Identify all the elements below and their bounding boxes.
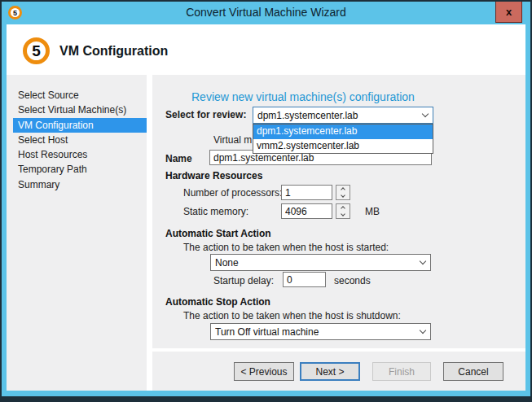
sidebar-item-select-virtual-machines[interactable]: Select Virtual Machine(s) [13, 103, 147, 117]
dropdown-option-dpm1[interactable]: dpm1.systemcenter.lab [253, 125, 433, 139]
memory-unit-label: MB [365, 206, 380, 217]
stop-action-combobox[interactable]: Turn Off virtual machine [210, 323, 431, 340]
start-action-description: The action to be taken when the host is … [183, 242, 389, 253]
chevron-down-icon [422, 111, 429, 117]
dialog-body: 5 VM Configuration Select Source Select … [7, 24, 525, 391]
select-for-review-label: Select for review: [165, 109, 246, 120]
virtual-machine-name-label: Virtual mac [213, 134, 252, 146]
memory-stepper [336, 203, 350, 219]
next-button[interactable]: Next > [300, 362, 360, 381]
spin-up-button[interactable] [336, 186, 350, 193]
automatic-stop-action-heading: Automatic Stop Action [165, 296, 270, 308]
sidebar-item-select-host[interactable]: Select Host [13, 133, 147, 147]
wizard-steps-sidebar: Select Source Select Virtual Machine(s) … [7, 75, 147, 391]
combobox-dropdown-button[interactable] [415, 255, 430, 270]
startup-delay-input[interactable] [283, 272, 326, 287]
startup-delay-label: Startup delay: [213, 275, 274, 286]
memory-input[interactable] [281, 203, 332, 219]
section-title: Review new virtual machine(s) configurat… [191, 90, 415, 103]
processors-input[interactable] [281, 185, 332, 200]
dropdown-option-vmm2[interactable]: vmm2.systemcenter.lab [253, 139, 433, 154]
spin-up-button[interactable] [336, 204, 350, 212]
sidebar-item-host-resources[interactable]: Host Resources [13, 147, 147, 162]
chevron-down-icon [420, 327, 426, 334]
processors-stepper [336, 185, 350, 200]
combobox-dropdown-button[interactable] [415, 324, 430, 339]
automatic-start-action-heading: Automatic Start Action [165, 228, 271, 239]
spin-down-button[interactable] [336, 193, 350, 200]
previous-button[interactable]: < Previous [234, 362, 294, 381]
window-title: Convert Virtual Machine Wizard [2, 6, 530, 19]
stop-action-description: The action to be taken when the host is … [183, 310, 401, 321]
finish-button: Finish [372, 362, 431, 381]
page-title: VM Configuration [59, 44, 168, 59]
chevron-up-icon [341, 187, 345, 192]
start-action-combobox[interactable]: None [210, 254, 431, 271]
sidebar-item-select-source[interactable]: Select Source [13, 88, 147, 103]
sidebar-item-temporary-path[interactable]: Temporary Path [13, 162, 147, 177]
cancel-button[interactable]: Cancel [443, 362, 503, 381]
combobox-dropdown-button[interactable] [418, 107, 433, 123]
footer-separator [152, 348, 525, 352]
combobox-value: None [215, 257, 415, 269]
main-content: Review new virtual machine(s) configurat… [152, 75, 525, 391]
spin-down-button[interactable] [336, 212, 350, 219]
name-label: Name [165, 153, 192, 164]
sidebar-item-vm-configuration[interactable]: VM Configuration [13, 118, 147, 133]
logo-5-icon: 5 [23, 37, 50, 64]
title-bar[interactable]: 5 Convert Virtual Machine Wizard x [2, 2, 530, 24]
chevron-down-icon [420, 258, 426, 264]
select-for-review-combobox[interactable]: dpm1.systemcenter.lab [253, 107, 433, 124]
startup-delay-unit-label: seconds [334, 275, 371, 286]
wizard-window: 5 Convert Virtual Machine Wizard x 5 VM … [0, 0, 532, 402]
combobox-value: dpm1.systemcenter.lab [257, 110, 418, 121]
chevron-down-icon [341, 193, 345, 198]
chevron-down-icon [341, 212, 345, 216]
chevron-up-icon [341, 206, 345, 211]
hardware-resources-heading: Hardware Resources [165, 170, 262, 181]
review-dropdown-list: dpm1.systemcenter.lab vmm2.systemcenter.… [253, 124, 433, 154]
static-memory-label: Static memory: [183, 206, 248, 217]
sidebar-item-summary[interactable]: Summary [13, 177, 147, 192]
combobox-value: Turn Off virtual machine [215, 326, 415, 338]
wizard-header: 5 VM Configuration [7, 24, 525, 75]
number-of-processors-label: Number of processors: [183, 187, 282, 199]
close-button[interactable]: x [495, 2, 522, 23]
sidebar-divider [147, 75, 152, 391]
